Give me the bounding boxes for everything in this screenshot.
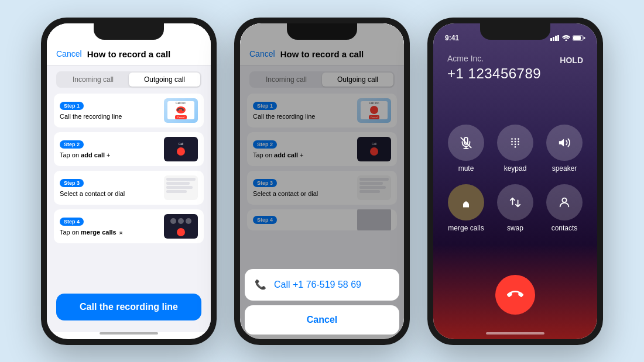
svg-point-14 (518, 140, 519, 142)
svg-point-15 (511, 143, 513, 145)
keypad-label: keypad (504, 164, 527, 173)
svg-point-9 (511, 138, 513, 140)
call-info: Acme Inc. HOLD +1 123456789 (433, 42, 597, 88)
home-indicator-1 (100, 332, 158, 335)
action-sheet: 📞 Call +1 76-519 58 69 (245, 269, 399, 301)
cancel-button-1[interactable]: Cancel (56, 49, 82, 58)
action-sheet-cancel[interactable]: Cancel (245, 305, 399, 335)
call-action-item[interactable]: 📞 Call +1 76-519 58 69 (245, 269, 399, 301)
svg-point-10 (515, 138, 516, 140)
notch-1 (94, 23, 164, 40)
notch-3 (480, 23, 550, 40)
steps-list-1: Step 1 Call the recording line Call Inc.… (47, 94, 211, 288)
status-icons (550, 34, 585, 42)
tab-outgoing-1[interactable]: Outgoing call (129, 73, 200, 87)
step-item-1-2: Step 2 Tap on add call + Call (54, 132, 204, 166)
mute-icon (448, 125, 484, 161)
phone-1: Cancel How to record a call Incoming cal… (41, 18, 217, 345)
step-text-1-4: Tap on merge calls ⌅ (60, 228, 159, 236)
record-title-1: How to record a call (87, 49, 171, 59)
step-badge-1-4: Step 4 (60, 218, 84, 226)
speaker-button[interactable]: speaker (546, 125, 583, 173)
svg-point-18 (515, 146, 516, 147)
step-thumb-1-1: Call Inc. 📞 Cancel (164, 98, 198, 123)
call-number: +1 123456789 (447, 65, 583, 82)
tab-incoming-1[interactable]: Incoming call (57, 73, 129, 87)
home-indicator-3 (486, 332, 544, 335)
step-text-1-3: Select a contact or dial (60, 189, 159, 198)
svg-point-11 (518, 138, 519, 140)
step-thumb-1-3 (164, 175, 198, 200)
svg-point-20 (562, 198, 566, 202)
svg-point-12 (511, 140, 513, 142)
swap-button[interactable]: swap (496, 184, 534, 232)
phone-icon: 📞 (254, 278, 267, 291)
svg-point-17 (518, 143, 519, 145)
speaker-icon (546, 125, 583, 161)
merge-calls-icon (448, 184, 484, 220)
call-hold: HOLD (560, 56, 583, 65)
status-time: 9:41 (445, 34, 459, 42)
svg-rect-6 (573, 36, 581, 40)
phone-2: Cancel How to record a call Incoming cal… (234, 18, 410, 345)
step-text-1-1: Call the recording line (60, 112, 159, 120)
call-controls: mute keypad speaker (433, 88, 597, 269)
step-thumb-1-4 (164, 214, 198, 239)
merge-calls-label: merge calls (448, 224, 484, 232)
svg-rect-1 (553, 37, 554, 41)
step-item-1-3: Step 3 Select a contact or dial (54, 171, 204, 205)
svg-marker-19 (559, 139, 564, 146)
call-action-text: Call +1 76-519 58 69 (274, 280, 361, 290)
end-call-button[interactable] (495, 275, 535, 315)
svg-point-13 (515, 140, 516, 142)
step-badge-1-3: Step 3 (60, 179, 84, 187)
svg-rect-2 (555, 36, 557, 41)
contacts-icon (546, 184, 583, 220)
step-thumb-1-2: Call (164, 137, 198, 161)
swap-label: swap (507, 224, 523, 232)
cta-bar-1: Call the recording line (47, 288, 211, 332)
svg-rect-7 (584, 37, 585, 39)
svg-rect-0 (550, 38, 552, 41)
keypad-icon (497, 125, 533, 161)
action-sheet-overlay: 📞 Call +1 76-519 58 69 Cancel (240, 23, 404, 339)
contacts-button[interactable]: contacts (546, 184, 583, 232)
mute-label: mute (458, 164, 474, 173)
swap-icon (497, 184, 533, 220)
step-badge-1-1: Step 1 (60, 102, 84, 110)
step-text-1-2: Tap on add call + (60, 151, 159, 159)
tab-bar-1: Incoming call Outgoing call (56, 71, 201, 88)
step-item-1-1: Step 1 Call the recording line Call Inc.… (54, 94, 204, 127)
svg-point-16 (515, 143, 516, 145)
svg-point-4 (566, 39, 567, 41)
step-badge-1-2: Step 2 (60, 140, 84, 149)
step-item-1-4: Step 4 Tap on merge calls ⌅ (54, 209, 204, 243)
mute-button[interactable]: mute (447, 125, 485, 173)
merge-calls-button[interactable]: merge calls (447, 184, 485, 232)
phone-3: 9:41 Acme Inc. HOLD +1 123456789 m (427, 18, 603, 345)
cta-button-1[interactable]: Call the recording line (56, 294, 201, 320)
speaker-label: speaker (552, 164, 577, 173)
keypad-button[interactable]: keypad (496, 125, 534, 173)
svg-rect-3 (557, 35, 559, 41)
contacts-label: contacts (551, 224, 578, 232)
end-call-bar (433, 269, 597, 332)
